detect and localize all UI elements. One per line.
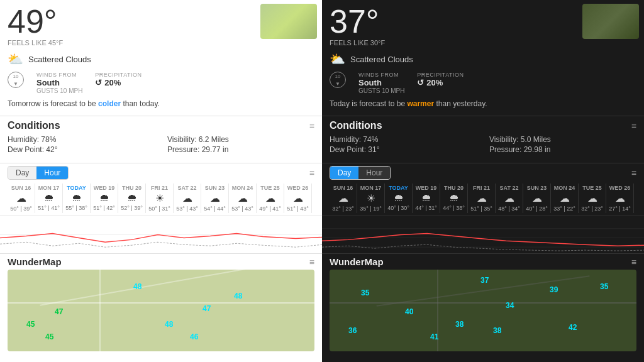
forecast-day-item[interactable]: TUE 25☁32° | 23° — [579, 184, 606, 213]
right-wind-compass: 10 — [330, 72, 346, 88]
forecast-day-item[interactable]: FRI 21☁51° | 35° — [468, 184, 496, 213]
left-feels-like: FEELS LIKE 45°F — [8, 39, 314, 47]
left-dew-point: Dew Point: 42° — [8, 145, 155, 154]
left-winds-from-label: WINDS FROM — [36, 72, 82, 78]
right-condition-text: Scattered Clouds — [350, 55, 413, 64]
left-map-thumb[interactable] — [260, 4, 317, 39]
map-temp-label: 47 — [55, 307, 63, 316]
right-conditions-header: Conditions ≡ — [330, 120, 636, 131]
forecast-day-item[interactable]: SAT 22☁53° | 43° — [174, 184, 201, 213]
right-wundermap-section: WunderMap ≡ 3537403438384236413935 — [322, 254, 644, 351]
right-precip-value: ↺ 20% — [417, 78, 464, 87]
right-wind-info: WINDS FROM South GUSTS 10 MPH — [358, 72, 404, 94]
right-dew-point: Dew Point: 31° — [330, 145, 477, 154]
right-conditions-title: Conditions — [330, 120, 382, 131]
forecast-day-item[interactable]: SUN 23☁54° | 44° — [201, 184, 229, 213]
right-forecast-menu-icon[interactable]: ≡ — [631, 168, 636, 178]
forecast-day-item[interactable]: SUN 23☁40° | 28° — [523, 184, 551, 213]
left-map-container[interactable]: 4547484748464845 — [8, 270, 314, 351]
right-forecast-text: Today is forecast to be warmer than yest… — [330, 99, 636, 108]
forecast-day-item[interactable]: TUE 25☁49° | 41° — [257, 184, 284, 213]
forecast-day-item[interactable]: FRI 21☀50° | 31° — [146, 184, 174, 213]
forecast-day-item[interactable]: WED 26☁27° | 14° — [606, 184, 634, 213]
map-temp-label: 38 — [455, 320, 464, 329]
forecast-day-item[interactable]: MON 24☁53° | 43° — [229, 184, 257, 213]
map-temp-label: 47 — [203, 304, 211, 313]
left-day-button[interactable]: Day — [8, 167, 36, 179]
right-conditions-grid: Humidity: 74% Visibility: 5.0 Miles Dew … — [330, 135, 636, 154]
forecast-day-item[interactable]: THU 27☁49° | 38° — [312, 184, 314, 213]
left-wind-compass: 10 — [8, 72, 24, 88]
left-hour-button[interactable]: Hour — [36, 167, 68, 179]
forecast-day-item[interactable]: TODAY🌧40° | 30° — [385, 184, 413, 213]
forecast-day-item[interactable]: SUN 16☁32° | 23° — [330, 184, 357, 213]
forecast-day-item[interactable]: THU 20🌧44° | 38° — [440, 184, 468, 213]
forecast-day-item[interactable]: MON 24☁33° | 22° — [551, 184, 579, 213]
left-conditions-section: Conditions ≡ Humidity: 78% Visibility: 6… — [0, 116, 322, 163]
forecast-day-item[interactable]: TODAY🌧55° | 38° — [63, 184, 91, 213]
right-map-thumb[interactable] — [582, 4, 639, 39]
forecast-day-item[interactable]: THU 20🌧52° | 39° — [118, 184, 146, 213]
right-forecast-strip-container: Day Hour ≡ SUN 16☁32° | 23°MON 17☀35° | … — [322, 163, 644, 216]
left-wundermap-header: WunderMap ≡ — [8, 256, 314, 267]
left-map: 4547484748464845 — [8, 270, 314, 351]
left-forecast-strip: SUN 16☁50° | 39°MON 17🌧51° | 41°TODAY🌧55… — [8, 184, 314, 213]
left-top-section: 49° FEELS LIKE 45°F ⛅ Scattered Clouds 1… — [0, 0, 322, 116]
left-conditions-title: Conditions — [8, 120, 60, 131]
left-condition-row: ⛅ Scattered Clouds — [8, 52, 314, 67]
right-condition-row: ⛅ Scattered Clouds — [330, 52, 636, 67]
left-precip-info: PRECIPITATION ↺ 20% — [95, 72, 142, 87]
left-humidity: Humidity: 78% — [8, 135, 155, 144]
right-map-container[interactable]: 3537403438384236413935 — [330, 270, 636, 351]
left-wundermap-title: WunderMap — [8, 256, 62, 267]
forecast-day-item[interactable]: WED 19🌧44° | 31° — [413, 184, 440, 213]
right-wundermap-menu-icon[interactable]: ≡ — [631, 257, 636, 267]
right-pressure: Pressure: 29.98 in — [489, 145, 636, 154]
forecast-day-item[interactable]: WED 26☁51° | 43° — [284, 184, 312, 213]
left-toggle-row: Day Hour ≡ — [8, 166, 314, 180]
left-forecast-strip-container: Day Hour ≡ SUN 16☁50° | 39°MON 17🌧51° | … — [0, 163, 322, 216]
map-temp-label: 40 — [405, 307, 413, 316]
right-day-button[interactable]: Day — [330, 167, 358, 179]
right-day-hour-toggle[interactable]: Day Hour — [330, 166, 391, 180]
left-wind-row: 10 WINDS FROM South GUSTS 10 MPH PRECIPI… — [8, 72, 314, 94]
forecast-day-item[interactable]: MON 17☀35° | 19° — [357, 184, 385, 213]
right-conditions-section: Conditions ≡ Humidity: 74% Visibility: 5… — [322, 116, 644, 163]
forecast-day-item[interactable]: SAT 22☁48° | 34° — [496, 184, 523, 213]
map-temp-label: 46 — [190, 332, 198, 341]
right-winds-from-value: South — [358, 78, 404, 87]
right-toggle-row: Day Hour ≡ — [330, 166, 636, 180]
right-forecast-strip: SUN 16☁32° | 23°MON 17☀35° | 19°TODAY🌧40… — [330, 184, 636, 213]
left-day-hour-toggle[interactable]: Day Hour — [8, 166, 69, 180]
left-pressure: Pressure: 29.77 in — [167, 145, 314, 154]
left-forecast-menu-icon[interactable]: ≡ — [309, 168, 314, 178]
right-visibility: Visibility: 5.0 Miles — [489, 135, 636, 144]
map-temp-label: 38 — [493, 326, 501, 335]
forecast-day-item[interactable]: WED 19🌧51° | 42° — [91, 184, 118, 213]
map-temp-label: 39 — [550, 285, 558, 294]
map-temp-label: 48 — [133, 282, 142, 291]
map-temp-label: 45 — [45, 332, 53, 341]
left-winds-from-value: South — [36, 78, 82, 87]
right-forecast-days: SUN 16☁32° | 23°MON 17☀35° | 19°TODAY🌧40… — [330, 184, 636, 213]
right-cloud-icon: ⛅ — [330, 52, 345, 67]
left-conditions-menu-icon[interactable]: ≡ — [309, 121, 314, 131]
left-conditions-grid: Humidity: 78% Visibility: 6.2 Miles Dew … — [8, 135, 314, 154]
map-temp-label: 34 — [506, 301, 514, 310]
map-temp-label: 48 — [234, 292, 242, 300]
right-hour-button[interactable]: Hour — [358, 167, 390, 179]
forecast-day-item[interactable]: SUN 16☁50° | 39° — [8, 184, 35, 213]
right-top-section: 37° FEELS LIKE 30°F ⛅ Scattered Clouds 1… — [322, 0, 644, 116]
right-wind-row: 10 WINDS FROM South GUSTS 10 MPH PRECIPI… — [330, 72, 636, 94]
right-feels-like: FEELS LIKE 30°F — [330, 39, 636, 47]
left-cloud-icon: ⛅ — [8, 52, 23, 67]
map-temp-label: 35 — [361, 288, 369, 297]
right-precip-info: PRECIPITATION ↺ 20% — [417, 72, 464, 87]
right-conditions-menu-icon[interactable]: ≡ — [631, 121, 636, 131]
left-wundermap-menu-icon[interactable]: ≡ — [309, 257, 314, 267]
forecast-day-item[interactable]: THU 27☁26° | 15° — [634, 184, 636, 213]
right-humidity: Humidity: 74% — [330, 135, 477, 144]
forecast-day-item[interactable]: MON 17🌧51° | 41° — [35, 184, 63, 213]
left-precip-value: ↺ 20% — [95, 78, 142, 87]
map-temp-label: 41 — [430, 332, 438, 341]
